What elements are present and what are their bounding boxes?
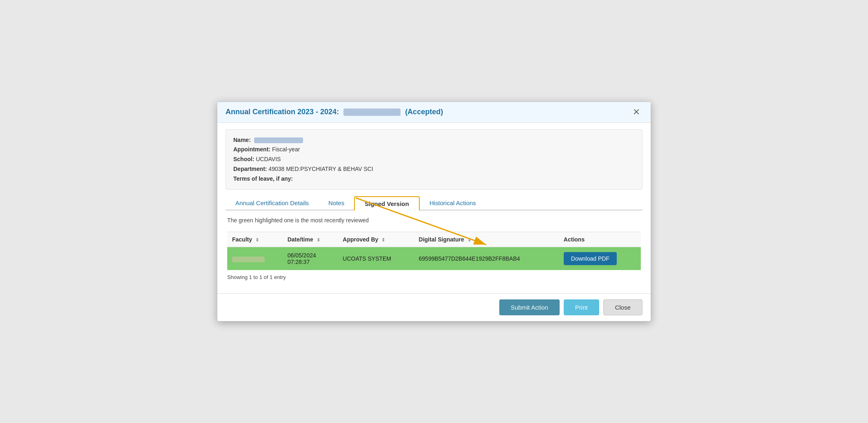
- faculty-redacted: [232, 257, 265, 262]
- print-button[interactable]: Print: [564, 299, 599, 315]
- hint-text: The green highlighted one is the most re…: [227, 217, 641, 224]
- cell-digital-signature: 69599B5477D2B644E1929B2FF8BAB4: [414, 247, 559, 270]
- modal-header: Annual Certification 2023 - 2024: (Accep…: [217, 102, 651, 123]
- redacted-name-header: [343, 109, 401, 116]
- col-digital-signature: Digital Signature ⇕: [414, 232, 559, 247]
- redacted-name-value: [254, 137, 303, 143]
- name-row: Name:: [233, 135, 635, 145]
- appointment-row: Appointment: Fiscal-year: [233, 145, 635, 155]
- modal-body: Name: Appointment: Fiscal-year School: U…: [217, 123, 651, 287]
- cell-approved-by: UCOATS SYSTEM: [338, 247, 414, 270]
- showing-text: Showing 1 to 1 of 1 entry: [227, 274, 641, 280]
- department-row: Department: 49038 MED:PSYCHIATRY & BEHAV…: [233, 164, 635, 174]
- col-approved-by: Approved By ⇕: [338, 232, 414, 247]
- school-label: School:: [233, 156, 254, 162]
- cell-faculty: [227, 247, 283, 270]
- title-suffix: (Accepted): [405, 108, 443, 116]
- school-row: School: UCDAVIS: [233, 155, 635, 164]
- modal-title: Annual Certification 2023 - 2024: (Accep…: [226, 108, 443, 116]
- info-box: Name: Appointment: Fiscal-year School: U…: [226, 129, 642, 190]
- cell-datetime: 06/05/2024 07:28:37: [283, 247, 338, 270]
- table-row: 06/05/2024 07:28:37 UCOATS SYSTEM 69599B…: [227, 247, 641, 270]
- modal-footer: Submit Action Print Close: [217, 293, 651, 321]
- download-pdf-button[interactable]: Download PDF: [564, 252, 617, 265]
- sort-datetime-icon[interactable]: ⇕: [317, 237, 320, 243]
- title-prefix: Annual Certification 2023 - 2024:: [226, 108, 339, 116]
- sort-approved-icon[interactable]: ⇕: [381, 237, 385, 243]
- tab-signed-version[interactable]: Signed Version: [354, 196, 419, 210]
- col-datetime: Date/time ⇕: [283, 232, 338, 247]
- department-label: Department:: [233, 166, 267, 172]
- sort-faculty-icon[interactable]: ⇕: [255, 237, 259, 243]
- terms-row: Terms of leave, if any:: [233, 174, 635, 184]
- close-button[interactable]: Close: [603, 299, 642, 315]
- signed-version-table: Faculty ⇕ Date/time ⇕ Approved By ⇕ Digi…: [227, 232, 641, 270]
- tab-bar: Annual Certification Details Notes Signe…: [226, 196, 642, 210]
- school-value: UCDAVIS: [256, 156, 281, 162]
- appointment-label: Appointment:: [233, 146, 270, 153]
- tab-annual-cert[interactable]: Annual Certification Details: [226, 196, 319, 210]
- col-actions: Actions: [559, 232, 641, 247]
- terms-label: Terms of leave, if any:: [233, 175, 293, 182]
- col-faculty: Faculty ⇕: [227, 232, 283, 247]
- close-icon[interactable]: ✕: [630, 107, 642, 117]
- signed-version-table-container: Faculty ⇕ Date/time ⇕ Approved By ⇕ Digi…: [227, 232, 641, 270]
- name-label: Name:: [233, 137, 251, 143]
- tab-historical-actions[interactable]: Historical Actions: [420, 196, 486, 210]
- tab-content-signed-version: The green highlighted one is the most re…: [226, 217, 642, 280]
- submit-action-button[interactable]: Submit Action: [499, 299, 560, 315]
- cell-actions: Download PDF: [559, 247, 641, 270]
- department-value: 49038 MED:PSYCHIATRY & BEHAV SCI: [268, 166, 373, 172]
- tab-notes[interactable]: Notes: [319, 196, 354, 210]
- table-header-row: Faculty ⇕ Date/time ⇕ Approved By ⇕ Digi…: [227, 232, 641, 247]
- appointment-value: Fiscal-year: [272, 146, 300, 153]
- sort-signature-icon[interactable]: ⇕: [467, 237, 471, 243]
- modal-container: Annual Certification 2023 - 2024: (Accep…: [217, 102, 651, 322]
